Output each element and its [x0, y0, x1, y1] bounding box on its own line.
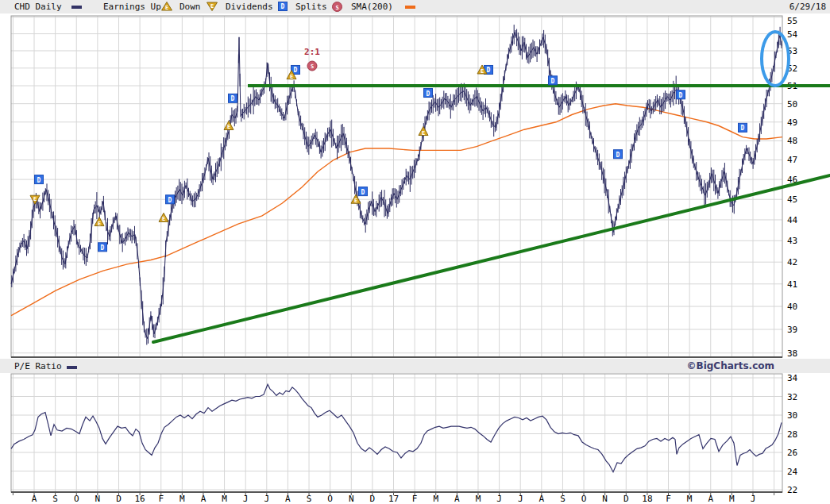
- x-axis-month-label: M: [180, 494, 185, 504]
- x-axis-month-label: J: [518, 494, 523, 504]
- price-axis-label: 39: [787, 325, 797, 335]
- x-axis-month-label: N: [602, 494, 608, 504]
- x-axis-month-label: M: [687, 494, 693, 504]
- x-axis-month-label: J: [243, 494, 249, 504]
- earnings-up-marker-glyph: E: [422, 130, 425, 137]
- price-axis-label: 50: [787, 99, 797, 110]
- x-axis-month-label: A: [285, 494, 291, 504]
- pe-axis-label: 30: [787, 410, 797, 421]
- price-axis-label: 49: [787, 117, 797, 128]
- price-axis-label: 55: [787, 16, 797, 26]
- dividend-marker-glyph: D: [487, 67, 491, 74]
- x-axis-month-label: M: [476, 494, 481, 504]
- x-axis-month-label: A: [708, 494, 713, 504]
- price-axis-label: 47: [787, 155, 797, 165]
- price-daily-bars: [12, 25, 782, 344]
- x-axis-month-label: 18: [642, 494, 652, 504]
- price-axis-label: 42: [787, 257, 797, 267]
- price-axis-label: 38: [787, 348, 797, 359]
- x-axis-month-label: A: [201, 494, 207, 504]
- x-axis-month-label: S: [560, 494, 566, 504]
- x-axis-month-label: A: [539, 494, 545, 504]
- split-marker-glyph: S: [311, 63, 314, 70]
- x-axis-month-label: S: [307, 494, 312, 504]
- dividend-marker-glyph: D: [37, 177, 41, 184]
- pe-ratio-line: [11, 384, 782, 472]
- x-axis-month-label: O: [327, 494, 333, 504]
- earnings-down-marker-glyph: E: [33, 196, 37, 202]
- pe-axis-label: 22: [787, 485, 797, 495]
- earnings-up-marker-glyph: E: [98, 221, 101, 227]
- x-axis-month-label: F: [158, 494, 164, 504]
- main-plot-frame: [11, 16, 782, 357]
- x-axis-month-label: S: [52, 494, 58, 504]
- x-axis-month-label: D: [116, 494, 122, 504]
- dividend-marker-glyph: D: [679, 92, 683, 99]
- x-axis-month-label: F: [412, 494, 418, 504]
- support-trendline: [153, 175, 830, 342]
- dividend-marker-glyph: D: [294, 67, 298, 74]
- dividend-marker-glyph: D: [361, 189, 365, 196]
- x-axis-month-label: O: [74, 494, 79, 504]
- price-axis-label: 40: [787, 302, 797, 312]
- pe-axis-label: 28: [787, 429, 797, 440]
- x-axis-month-label: N: [349, 494, 354, 504]
- earnings-up-marker-glyph: E: [227, 124, 230, 130]
- dividend-marker-glyph: D: [427, 90, 430, 98]
- x-axis-month-label: O: [581, 494, 587, 504]
- pe-axis-label: 32: [787, 392, 797, 402]
- price-and-pe-chart: 5554535251504948474645444342414039383432…: [0, 0, 830, 504]
- x-axis-month-label: J: [264, 494, 269, 504]
- earnings-up-marker-glyph: E: [481, 68, 484, 75]
- x-axis-month-label: J: [496, 494, 502, 504]
- dividend-marker-glyph: D: [101, 244, 105, 252]
- x-axis-month-label: D: [623, 494, 629, 504]
- earnings-up-marker-glyph: E: [162, 216, 165, 222]
- x-axis-month-label: D: [370, 494, 376, 504]
- earnings-up-marker-glyph: E: [290, 74, 293, 80]
- x-axis-month-label: M: [222, 494, 227, 504]
- price-axis-label: 41: [787, 279, 797, 290]
- price-axis-label: 45: [787, 194, 797, 205]
- price-axis-label: 44: [787, 215, 798, 225]
- x-axis-month-label: A: [454, 494, 460, 504]
- pe-axis-label: 34: [787, 373, 798, 383]
- dividend-marker-glyph: D: [616, 152, 620, 159]
- dividend-marker-glyph: D: [551, 78, 555, 85]
- pe-axis-label: 24: [787, 467, 798, 477]
- price-axis-label: 48: [787, 136, 797, 146]
- x-axis-month-label: A: [32, 494, 37, 504]
- dividend-marker-glyph: D: [168, 197, 172, 204]
- x-axis-month-label: M: [433, 494, 438, 504]
- bigcharts-chart-page: CHD Daily Earnings Up E Down E Dividends…: [0, 0, 830, 504]
- dividend-marker-glyph: D: [231, 95, 235, 102]
- dividend-marker-glyph: D: [741, 125, 745, 132]
- pe-plot-frame: [11, 374, 782, 492]
- x-axis-month-label: M: [729, 494, 735, 504]
- split-ratio-label: 2:1: [304, 47, 320, 57]
- x-axis-month-label: J: [751, 494, 756, 504]
- x-axis-month-label: F: [666, 494, 671, 504]
- x-axis-month-label: N: [95, 494, 101, 504]
- price-line: [11, 33, 782, 339]
- x-axis-month-label: 16: [134, 494, 145, 504]
- price-axis-label: 54: [787, 29, 798, 40]
- x-axis-month-label: 17: [388, 494, 399, 504]
- earnings-up-marker-glyph: E: [354, 198, 357, 204]
- price-axis-label: 43: [787, 236, 797, 246]
- pe-axis-label: 26: [787, 448, 797, 458]
